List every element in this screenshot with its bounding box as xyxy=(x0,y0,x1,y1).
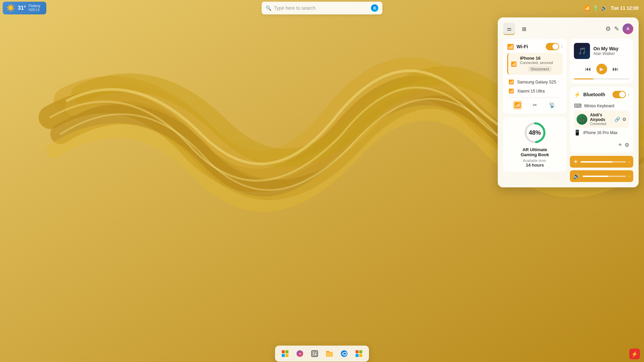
qs-left-column: 📶 Wi-Fi › 📶 iPhone 16 Conne xyxy=(503,39,567,182)
airpods-actions: 🔗 ⚙ xyxy=(614,117,627,122)
clock-display[interactable]: Tue 11 12:00 xyxy=(611,5,639,11)
clipboard-button[interactable] xyxy=(309,348,321,360)
bluetooth-header: ⚡ Bluetooth › xyxy=(574,91,629,98)
wifi-disconnect-button[interactable]: Disconnect xyxy=(528,66,551,72)
topbar: ☀️ 31° Padang H29 L9 🔍 Type here to sear… xyxy=(0,0,644,16)
qs-header: ⚌ ⊞ ⚙ ✎ A xyxy=(503,23,633,35)
wifi-network-name-0: Samsung Galaxy S25 xyxy=(517,80,556,84)
wifi-arrow[interactable]: › xyxy=(561,44,562,49)
volume-slider-row[interactable]: 🔊 › xyxy=(570,170,633,182)
bt-device-iphone[interactable]: 📱 iPhone 16 Pro Max xyxy=(574,128,629,137)
airpods-status: Connected xyxy=(590,122,612,126)
airpods-link-icon[interactable]: 🔗 xyxy=(614,117,620,122)
search-bar[interactable]: 🔍 Type here to search B xyxy=(262,2,382,14)
music-progress-fill xyxy=(574,78,593,79)
svg-rect-4 xyxy=(285,350,288,353)
keyboard-name: Miniso Keyboard xyxy=(584,104,629,108)
weather-highlow: H29 L9 xyxy=(29,8,40,12)
edge-button[interactable] xyxy=(338,348,350,360)
qs-tab-grid[interactable]: ⊞ xyxy=(518,23,530,35)
weather-temperature: 31° xyxy=(18,5,26,11)
volume-icon: 🔊 xyxy=(573,173,580,179)
bluetooth-toggle[interactable] xyxy=(612,91,626,98)
music-prev-button[interactable]: ⏮ xyxy=(585,66,591,73)
battery-available-label: Available time: xyxy=(523,159,547,163)
bluetooth-controls: › xyxy=(612,91,629,98)
wifi-section: 📶 Wi-Fi › 📶 iPhone 16 Conne xyxy=(503,39,567,114)
wifi-connected-info: iPhone 16 Connected, secured Disconnect xyxy=(520,56,560,72)
airpods-info: Abdi's Airpods Connected xyxy=(590,113,612,126)
wifi-network-name: iPhone 16 xyxy=(520,56,560,61)
wifi-network-item-1[interactable]: 📶 Xiaomi 15 Ultra xyxy=(507,86,562,96)
clipboard-icon xyxy=(311,350,318,357)
wifi-network-icon-0: 📶 xyxy=(508,79,514,84)
taskbar: ✦ xyxy=(0,345,644,362)
battery-percent: 48% xyxy=(529,129,541,136)
iphone-icon: 📱 xyxy=(574,129,581,136)
music-progress-bar[interactable] xyxy=(574,78,629,79)
wifi-header: 📶 Wi-Fi › xyxy=(507,43,562,50)
battery-device-name: AR Ultimate xyxy=(523,147,547,152)
volume-systray-icon[interactable]: 🔊 xyxy=(601,5,607,11)
music-play-button[interactable]: ▶ xyxy=(596,64,607,74)
keyboard-icon: ⌨ xyxy=(574,103,582,109)
wifi-quick-icons: 📶 ✂ 📡 xyxy=(507,98,562,110)
qs-tab-sliders[interactable]: ⚌ xyxy=(503,23,515,35)
sliders-section: ☀ › 🔊 › xyxy=(570,156,633,182)
wifi-network-name-1: Xiaomi 15 Ultra xyxy=(517,89,545,94)
brightness-slider-row[interactable]: ☀ › xyxy=(570,156,633,168)
weather-widget[interactable]: ☀️ 31° Padang H29 L9 xyxy=(3,2,46,14)
qs-edit-icon[interactable]: ✎ xyxy=(614,25,619,33)
wifi-systray-icon[interactable]: 📶 xyxy=(584,5,590,11)
weather-city: Padang xyxy=(29,4,40,8)
music-next-button[interactable]: ⏭ xyxy=(612,66,619,73)
copilot-button[interactable]: ✦ xyxy=(294,348,306,360)
wifi-connected-icon: 📶 xyxy=(511,61,517,67)
start-button[interactable] xyxy=(279,348,291,360)
bt-bottom-actions: + ⚙ xyxy=(574,139,629,148)
volume-track[interactable] xyxy=(583,176,626,177)
music-artist: Alan Walker xyxy=(593,51,629,56)
airpods-settings-icon[interactable]: ⚙ xyxy=(622,117,627,122)
taskbar-icons-container: ✦ xyxy=(275,346,369,362)
bt-add-button[interactable]: + xyxy=(618,141,622,148)
sys-icons: 📶 🔋 🔊 xyxy=(584,5,607,11)
music-content: 🎵 On My Way Alan Walker xyxy=(574,43,629,59)
wifi-toggle[interactable] xyxy=(546,43,559,50)
file-explorer-button[interactable] xyxy=(323,348,335,360)
brightness-arrow[interactable]: › xyxy=(629,160,630,164)
bing-icon[interactable]: B xyxy=(371,4,378,12)
svg-rect-16 xyxy=(326,352,332,356)
music-title: On My Way xyxy=(593,46,629,51)
battery-available-time: 14 hours xyxy=(526,163,544,168)
svg-rect-5 xyxy=(282,354,285,357)
svg-rect-19 xyxy=(359,350,362,353)
svg-text:✦: ✦ xyxy=(299,352,301,356)
qs-content-grid: 📶 Wi-Fi › 📶 iPhone 16 Conne xyxy=(503,39,633,182)
search-placeholder: Type here to search xyxy=(274,5,368,11)
bluetooth-arrow[interactable]: › xyxy=(628,92,629,97)
search-icon: 🔍 xyxy=(266,5,271,11)
bt-device-keyboard[interactable]: ⌨ Miniso Keyboard xyxy=(574,101,629,111)
svg-rect-18 xyxy=(356,350,359,353)
bt-settings-icon[interactable]: ⚙ xyxy=(625,142,629,148)
battery-section: 48% AR Ultimate Gaming Book Available ti… xyxy=(503,117,567,172)
edge-icon xyxy=(340,350,348,358)
airpods-logo: 🎧 xyxy=(577,114,587,125)
wifi-network-item-0[interactable]: 📶 Samsung Galaxy S25 xyxy=(507,77,562,86)
battery-systray-icon[interactable]: 🔋 xyxy=(593,5,598,11)
wifi-controls: › xyxy=(546,43,562,50)
wifi-quick-cast-icon[interactable]: 📡 xyxy=(547,101,557,110)
wifi-title-row: 📶 Wi-Fi xyxy=(507,44,528,50)
user-avatar[interactable]: A xyxy=(623,23,633,34)
wifi-quick-cut-icon[interactable]: ✂ xyxy=(531,101,538,110)
volume-arrow[interactable]: › xyxy=(629,174,630,179)
bluetooth-section: ⚡ Bluetooth › ⌨ Miniso Keyboard xyxy=(570,87,633,153)
qs-settings-icon[interactable]: ⚙ xyxy=(605,25,611,33)
wifi-quick-wifi-icon[interactable]: 📶 xyxy=(513,101,522,110)
brightness-track[interactable] xyxy=(581,161,626,163)
qs-right-column: 🎵 On My Way Alan Walker ⏮ ▶ ⏭ xyxy=(570,39,633,182)
qs-header-actions: ⚙ ✎ A xyxy=(605,23,633,34)
bt-airpods-device[interactable]: 🎧 Abdi's Airpods Connected 🔗 ⚙ xyxy=(574,111,629,128)
store-button[interactable] xyxy=(353,348,365,360)
